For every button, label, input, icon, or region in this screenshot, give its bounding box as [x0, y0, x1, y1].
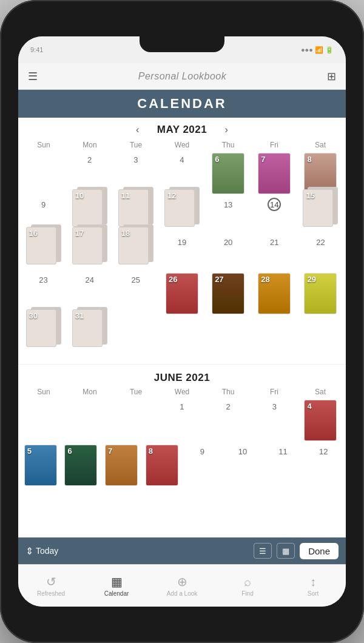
thumb-front-16: 16 [26, 227, 56, 264]
june-sun2[interactable]: 5 [21, 443, 61, 487]
outfit-thumb-j7[interactable]: 7 [105, 445, 138, 486]
june-day-thu: Thu [205, 386, 251, 397]
outfit-thumb-6[interactable]: 6 [212, 153, 244, 194]
done-button[interactable]: Done [300, 543, 339, 559]
nav-bar: ☰ Personal Lookbook ⊞ [18, 63, 346, 90]
tab-find[interactable]: ⌕ Find [215, 575, 280, 597]
may-sat2[interactable]: 15 [298, 197, 343, 233]
menu-icon[interactable]: ☰ [28, 70, 38, 83]
outfit-stacked-15[interactable]: 15 [303, 187, 338, 227]
may-mon5[interactable]: 31 [67, 317, 112, 353]
may-fri5 [252, 317, 297, 353]
prev-month-btn[interactable]: ‹ [130, 123, 145, 137]
may-thu3[interactable]: 20 [206, 234, 251, 271]
may-sun5[interactable]: 30 [21, 317, 66, 353]
may-fri1[interactable]: 7 [252, 152, 297, 195]
tab-sort-label: Sort [308, 590, 318, 597]
outfit-thumb-27[interactable]: 27 [212, 273, 244, 314]
date-27: 27 [215, 275, 223, 284]
today-arrows-icon: ⇕ [25, 545, 33, 557]
add-grid-icon[interactable]: ⊞ [327, 70, 336, 83]
june-fri1[interactable]: 3 [252, 399, 297, 442]
may-sun3[interactable]: 16 [21, 234, 66, 271]
j-date-9: 9 [195, 445, 209, 458]
outfit-stacked-17[interactable]: 17 [72, 224, 107, 264]
june-section: JUNE 2021 Sun Mon Tue Wed Thu Fri Sat [18, 364, 346, 505]
may-tue4[interactable]: 25 [113, 272, 158, 315]
j-date-10: 10 [236, 445, 249, 458]
tab-sort[interactable]: ↕ Sort [280, 575, 346, 597]
june-wed1[interactable]: 1 [159, 399, 204, 442]
may-tue3[interactable]: 18 [113, 234, 158, 271]
may-wed3[interactable]: 19 [159, 234, 204, 271]
tab-bar: ↺ Refreshed ▦ Calendar ⊕ Add a Look ⌕ Fi… [18, 564, 346, 607]
tab-calendar[interactable]: ▦ Calendar [84, 574, 149, 597]
sort-icon: ↕ [310, 575, 316, 589]
may-wed2[interactable]: 12 [159, 197, 204, 233]
thumb-front-12: 12 [164, 189, 195, 227]
outfit-stacked-16[interactable]: 16 [26, 224, 61, 264]
tab-calendar-label: Calendar [104, 590, 129, 597]
outfit-thumb-7[interactable]: 7 [258, 153, 291, 194]
may-thu1[interactable]: 6 [206, 152, 251, 195]
june-tue2[interactable]: 7 [101, 443, 141, 487]
list-view-btn[interactable]: ☰ [254, 543, 272, 559]
may-fri4[interactable]: 28 [252, 272, 297, 315]
may-thu2[interactable]: 13 [206, 197, 251, 233]
day-mon: Mon [67, 140, 113, 150]
outfit-thumb-29[interactable]: 29 [304, 273, 337, 314]
outfit-stacked-11[interactable]: 11 [118, 187, 153, 227]
june-title-row: JUNE 2021 [21, 367, 343, 386]
june-sat1[interactable]: 4 [298, 399, 343, 442]
june-thu1[interactable]: 2 [206, 399, 251, 442]
next-month-btn[interactable]: › [219, 123, 234, 137]
j-date-4: 4 [307, 402, 311, 411]
j-date-6: 6 [67, 446, 72, 456]
may-fri2[interactable]: 14 [252, 197, 297, 233]
grid-view-btn[interactable]: ▦ [277, 543, 295, 559]
outfit-stacked-10[interactable]: 10 [72, 187, 107, 227]
may-sat3[interactable]: 22 [298, 234, 343, 271]
tab-add-look[interactable]: ⊕ Add a Look [149, 574, 215, 597]
outfit-thumb-26[interactable]: 26 [166, 273, 198, 314]
find-icon: ⌕ [244, 575, 251, 589]
date-11: 11 [121, 191, 130, 200]
june-mon2[interactable]: 6 [61, 443, 101, 487]
june-fri2[interactable]: 10 [223, 443, 263, 487]
june-thu2[interactable]: 9 [183, 443, 223, 487]
status-time: 9:41 [30, 46, 43, 53]
day-sat: Sat [297, 140, 343, 150]
tab-refreshed[interactable]: ↺ Refreshed [18, 574, 84, 597]
outfit-stacked-31[interactable]: 31 [72, 307, 107, 347]
may-wed4[interactable]: 26 [159, 272, 204, 315]
outfit-thumb-28[interactable]: 28 [258, 273, 291, 314]
may-week4: 23 24 25 26 27 [21, 272, 343, 315]
may-mon3[interactable]: 17 [67, 234, 112, 271]
outfit-stacked-18[interactable]: 18 [118, 224, 153, 264]
outfit-stacked-30[interactable]: 30 [26, 307, 61, 347]
date-25: 25 [129, 273, 143, 286]
today-button[interactable]: ⇕ Today [25, 545, 254, 557]
outfit-thumb-j5[interactable]: 5 [24, 445, 57, 486]
may-sun1[interactable] [21, 152, 66, 195]
may-fri3[interactable]: 21 [252, 234, 297, 271]
june-wed2[interactable]: 8 [142, 443, 182, 487]
outfit-thumb-j6[interactable]: 6 [64, 445, 97, 486]
june-sun3[interactable]: 12 [303, 443, 343, 487]
main-scroll[interactable]: ‹ MAY 2021 › Sun Mon Tue Wed Thu Fri Sat [18, 118, 346, 537]
outfit-thumb-j4[interactable]: 4 [304, 400, 337, 441]
tab-find-label: Find [241, 590, 253, 597]
may-thu4[interactable]: 27 [206, 272, 251, 315]
phone-screen: 9:41 ●●● 📶 🔋 ☰ Personal Lookbook ⊞ CALEN… [18, 36, 346, 607]
thumb-front-17: 17 [72, 227, 103, 264]
list-icon: ☰ [259, 547, 266, 556]
date-14-today: 14 [268, 198, 281, 211]
june-label: JUNE 2021 [154, 372, 210, 384]
may-sat4[interactable]: 29 [298, 272, 343, 315]
june-day-mon: Mon [67, 386, 113, 397]
june-day-fri: Fri [251, 386, 297, 397]
june-sat2[interactable]: 11 [263, 443, 303, 487]
bottom-toolbar: ⇕ Today ☰ ▦ Done [18, 537, 346, 564]
outfit-stacked-12[interactable]: 12 [164, 187, 200, 227]
outfit-thumb-j8[interactable]: 8 [146, 445, 178, 486]
